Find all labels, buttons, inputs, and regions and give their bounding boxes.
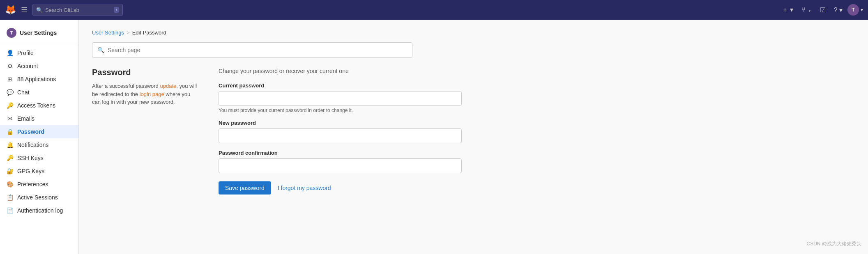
global-search[interactable]: 🔍 Search GitLab / — [32, 4, 123, 16]
password-description: Password After a successful password upd… — [92, 68, 199, 195]
sidebar-item-label: Password — [17, 128, 44, 135]
sidebar-item-label: Emails — [17, 115, 35, 122]
chevron-down-icon: ▾ — [861, 7, 863, 13]
sidebar-item-chat[interactable]: 💬 Chat — [0, 86, 78, 99]
access-tokens-icon: 🔑 — [7, 102, 13, 109]
confirm-password-group: Password confirmation — [219, 150, 462, 173]
breadcrumb-parent[interactable]: User Settings — [92, 30, 124, 36]
emails-icon: ✉ — [7, 115, 13, 122]
todo-button[interactable]: ☑ — [817, 4, 829, 16]
profile-icon: 👤 — [7, 50, 13, 56]
sidebar-item-gpg-keys[interactable]: 🔐 GPG Keys — [0, 165, 78, 178]
account-icon: ⚙ — [7, 63, 13, 69]
ssh-keys-icon: 🔑 — [7, 155, 13, 161]
topnav: 🦊 ☰ 🔍 Search GitLab / ＋ ▾ ⑂ ▾ ☑ ? ▾ T ▾ — [0, 0, 868, 20]
password-icon: 🔒 — [7, 128, 13, 135]
sidebar-item-label: Notifications — [17, 142, 48, 148]
sidebar-item-label: Active Sessions — [17, 194, 58, 201]
gpg-keys-icon: 🔐 — [7, 168, 13, 174]
password-form: Change your password or recover your cur… — [219, 68, 462, 195]
page-search[interactable]: 🔍 — [92, 42, 412, 58]
help-button[interactable]: ? ▾ — [831, 4, 846, 16]
current-password-group: Current password You must provide your c… — [219, 82, 462, 113]
preferences-icon: 🎨 — [7, 181, 13, 188]
login-page-link[interactable]: login page — [140, 91, 164, 97]
sidebar-item-preferences[interactable]: 🎨 Preferences — [0, 178, 78, 191]
sidebar-item-label: Preferences — [17, 181, 48, 188]
new-password-group: New password — [219, 120, 462, 143]
new-password-input[interactable] — [219, 128, 462, 143]
page-search-input[interactable] — [108, 47, 407, 53]
section-description: After a successful password update, you … — [92, 82, 199, 106]
gitlab-logo[interactable]: 🦊 — [5, 5, 16, 15]
main-content: User Settings > Edit Password 🔍 Password… — [79, 20, 868, 254]
sidebar-item-password[interactable]: 🔒 Password — [0, 125, 78, 138]
sidebar-item-profile[interactable]: 👤 Profile — [0, 46, 78, 59]
sidebar-item-ssh-keys[interactable]: 🔑 SSH Keys — [0, 151, 78, 165]
notifications-icon: 🔔 — [7, 142, 13, 148]
form-actions: Save password I forgot my password — [219, 181, 462, 195]
active-sessions-icon: 📋 — [7, 194, 13, 201]
user-menu[interactable]: T ▾ — [847, 4, 863, 16]
sidebar-item-emails[interactable]: ✉ Emails — [0, 112, 78, 125]
sidebar-item-label: Account — [17, 63, 38, 69]
sidebar-item-label: Profile — [17, 50, 34, 56]
password-section: Password After a successful password upd… — [92, 68, 462, 195]
topnav-actions: ＋ ▾ ⑂ ▾ ☑ ? ▾ T ▾ — [778, 3, 863, 17]
create-button[interactable]: ＋ ▾ — [778, 3, 797, 17]
breadcrumb-current: Edit Password — [132, 30, 166, 36]
main-layout: T User Settings 👤 Profile ⚙ Account ⊞ 88… — [0, 20, 868, 254]
hamburger-icon[interactable]: ☰ — [19, 4, 29, 16]
page-search-icon: 🔍 — [97, 47, 104, 53]
auth-log-icon: 📄 — [7, 207, 13, 214]
confirm-password-input[interactable] — [219, 158, 462, 173]
confirm-password-label: Password confirmation — [219, 150, 462, 156]
applications-icon: ⊞ — [7, 76, 13, 82]
new-password-label: New password — [219, 120, 462, 126]
sidebar: T User Settings 👤 Profile ⚙ Account ⊞ 88… — [0, 20, 79, 254]
breadcrumb-separator: > — [127, 30, 130, 36]
merge-request-button[interactable]: ⑂ ▾ — [798, 4, 815, 16]
sidebar-item-label: SSH Keys — [17, 155, 44, 161]
current-password-hint: You must provide your current password i… — [219, 108, 462, 113]
sidebar-title: User Settings — [20, 30, 57, 36]
forgot-password-link[interactable]: I forgot my password — [278, 185, 331, 191]
current-password-input[interactable] — [219, 91, 462, 106]
sidebar-item-label: Access Tokens — [17, 102, 55, 109]
update-link[interactable]: update — [160, 83, 176, 89]
section-title: Password — [92, 68, 199, 77]
search-placeholder: Search GitLab — [45, 7, 111, 13]
search-icon: 🔍 — [36, 7, 43, 13]
watermark: CSDN @成为大佬先秃头 — [806, 240, 861, 247]
sidebar-item-active-sessions[interactable]: 📋 Active Sessions — [0, 191, 78, 204]
search-slash-badge: / — [114, 7, 119, 13]
sidebar-item-notifications[interactable]: 🔔 Notifications — [0, 138, 78, 151]
sidebar-item-label: Authentication log — [17, 207, 63, 214]
sidebar-header: T User Settings — [0, 25, 78, 43]
sidebar-item-access-tokens[interactable]: 🔑 Access Tokens — [0, 99, 78, 112]
desc-text-1: After a successful password — [92, 83, 160, 89]
sidebar-item-label: GPG Keys — [17, 168, 44, 174]
sidebar-item-authentication-log[interactable]: 📄 Authentication log — [0, 204, 78, 217]
form-subtitle: Change your password or recover your cur… — [219, 68, 462, 74]
sidebar-item-account[interactable]: ⚙ Account — [0, 59, 78, 73]
sidebar-item-label: 88 Applications — [17, 76, 56, 82]
chat-icon: 💬 — [7, 89, 13, 96]
save-password-button[interactable]: Save password — [219, 181, 271, 195]
current-password-label: Current password — [219, 82, 462, 89]
user-avatar: T — [847, 4, 859, 16]
sidebar-item-label: Chat — [17, 89, 30, 96]
sidebar-item-applications[interactable]: ⊞ 88 Applications — [0, 73, 78, 86]
sidebar-avatar: T — [7, 28, 16, 38]
breadcrumb: User Settings > Edit Password — [92, 30, 855, 36]
